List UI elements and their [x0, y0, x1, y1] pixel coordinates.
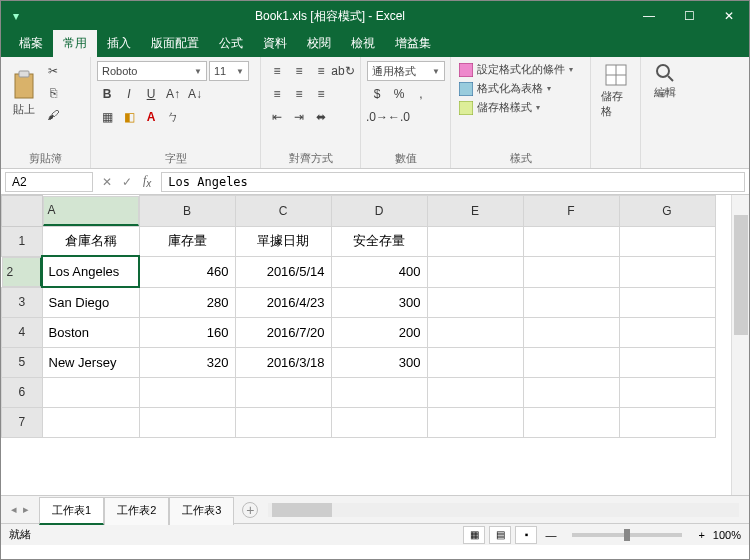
inc-decimal-button[interactable]: .0→: [367, 107, 387, 127]
cell-F7[interactable]: [523, 407, 619, 437]
format-painter-button[interactable]: 🖌: [43, 105, 63, 125]
zoom-slider[interactable]: [572, 533, 682, 537]
col-header-C[interactable]: C: [235, 196, 331, 227]
align-right-button[interactable]: ≡: [311, 84, 331, 104]
cell-G4[interactable]: [619, 317, 715, 347]
indent-dec-button[interactable]: ⇤: [267, 107, 287, 127]
cell-C6[interactable]: [235, 377, 331, 407]
ribbon-tab-2[interactable]: 插入: [97, 30, 141, 57]
conditional-format-button[interactable]: 設定格式化的條件▾: [457, 61, 584, 78]
font-color-button[interactable]: A: [141, 107, 161, 127]
cell-B1[interactable]: 庫存量: [139, 226, 235, 256]
cell-D5[interactable]: 300: [331, 347, 427, 377]
cell-E5[interactable]: [427, 347, 523, 377]
cell-B2[interactable]: 460: [139, 256, 235, 287]
cell-F3[interactable]: [523, 287, 619, 317]
quick-access[interactable]: ▾: [1, 9, 31, 23]
cell-E3[interactable]: [427, 287, 523, 317]
align-bot-button[interactable]: ≡: [311, 61, 331, 81]
ribbon-tab-6[interactable]: 校閱: [297, 30, 341, 57]
number-format-select[interactable]: 通用格式▼: [367, 61, 445, 81]
cell-G3[interactable]: [619, 287, 715, 317]
cell-E6[interactable]: [427, 377, 523, 407]
col-header-E[interactable]: E: [427, 196, 523, 227]
cell-A2[interactable]: Los Angeles: [42, 256, 139, 287]
cell-G2[interactable]: [619, 256, 715, 287]
comma-button[interactable]: ,: [411, 84, 431, 104]
increase-font-button[interactable]: A↑: [163, 84, 183, 104]
cell-F1[interactable]: [523, 226, 619, 256]
ribbon-tab-4[interactable]: 公式: [209, 30, 253, 57]
cell-G7[interactable]: [619, 407, 715, 437]
ribbon-tab-1[interactable]: 常用: [53, 30, 97, 57]
cell-D1[interactable]: 安全存量: [331, 226, 427, 256]
paste-button[interactable]: 貼上: [7, 68, 41, 119]
cell-G6[interactable]: [619, 377, 715, 407]
cell-C7[interactable]: [235, 407, 331, 437]
cell-D3[interactable]: 300: [331, 287, 427, 317]
vertical-scrollbar[interactable]: [731, 195, 749, 495]
cell-A1[interactable]: 倉庫名稱: [42, 226, 139, 256]
align-top-button[interactable]: ≡: [267, 61, 287, 81]
name-box[interactable]: [5, 172, 93, 192]
align-center-button[interactable]: ≡: [289, 84, 309, 104]
sheet-tab-1[interactable]: 工作表2: [104, 497, 169, 525]
copy-button[interactable]: ⎘: [43, 83, 63, 103]
view-layout-button[interactable]: ▤: [489, 526, 511, 544]
zoom-out-button[interactable]: —: [541, 529, 560, 541]
spreadsheet-grid[interactable]: ABCDEFG1倉庫名稱庫存量單據日期安全存量2Los Angeles46020…: [1, 195, 716, 438]
col-header-F[interactable]: F: [523, 196, 619, 227]
sheet-tab-2[interactable]: 工作表3: [169, 497, 234, 525]
sheet-tab-0[interactable]: 工作表1: [39, 497, 104, 525]
cell-B4[interactable]: 160: [139, 317, 235, 347]
cell-B7[interactable]: [139, 407, 235, 437]
decrease-font-button[interactable]: A↓: [185, 84, 205, 104]
cell-C3[interactable]: 2016/4/23: [235, 287, 331, 317]
maximize-button[interactable]: ☐: [669, 9, 709, 23]
cell-G5[interactable]: [619, 347, 715, 377]
sheet-nav[interactable]: ◂▸: [1, 503, 39, 516]
cell-A6[interactable]: [42, 377, 139, 407]
phonetic-button[interactable]: ㄅ: [163, 107, 183, 127]
enter-formula-button[interactable]: ✓: [117, 175, 137, 189]
cell-C2[interactable]: 2016/5/14: [235, 256, 331, 287]
cell-E1[interactable]: [427, 226, 523, 256]
zoom-in-button[interactable]: +: [694, 529, 708, 541]
row-header-7[interactable]: 7: [2, 407, 43, 437]
italic-button[interactable]: I: [119, 84, 139, 104]
orientation-button[interactable]: ab↻: [333, 61, 353, 81]
cell-E2[interactable]: [427, 256, 523, 287]
cell-styles-button[interactable]: 儲存格樣式▾: [457, 99, 584, 116]
dec-decimal-button[interactable]: ←.0: [389, 107, 409, 127]
cell-F5[interactable]: [523, 347, 619, 377]
cell-C1[interactable]: 單據日期: [235, 226, 331, 256]
cell-B3[interactable]: 280: [139, 287, 235, 317]
view-normal-button[interactable]: ▦: [463, 526, 485, 544]
col-header-D[interactable]: D: [331, 196, 427, 227]
cell-D6[interactable]: [331, 377, 427, 407]
cell-E7[interactable]: [427, 407, 523, 437]
zoom-level[interactable]: 100%: [713, 529, 741, 541]
horizontal-scrollbar[interactable]: [268, 503, 739, 517]
cell-E4[interactable]: [427, 317, 523, 347]
merge-button[interactable]: ⬌: [311, 107, 331, 127]
indent-inc-button[interactable]: ⇥: [289, 107, 309, 127]
cell-D4[interactable]: 200: [331, 317, 427, 347]
row-header-2[interactable]: 2: [2, 257, 42, 287]
cell-A4[interactable]: Boston: [42, 317, 139, 347]
row-header-4[interactable]: 4: [2, 317, 43, 347]
cell-C5[interactable]: 2016/3/18: [235, 347, 331, 377]
cell-C4[interactable]: 2016/7/20: [235, 317, 331, 347]
fx-icon[interactable]: fx: [137, 173, 157, 189]
edit-button[interactable]: 編輯: [647, 61, 683, 102]
cell-F4[interactable]: [523, 317, 619, 347]
ribbon-tab-7[interactable]: 檢視: [341, 30, 385, 57]
row-header-1[interactable]: 1: [2, 226, 43, 256]
row-header-6[interactable]: 6: [2, 377, 43, 407]
format-table-button[interactable]: 格式化為表格▾: [457, 80, 584, 97]
ribbon-tab-8[interactable]: 增益集: [385, 30, 441, 57]
row-header-5[interactable]: 5: [2, 347, 43, 377]
underline-button[interactable]: U: [141, 84, 161, 104]
cell-A7[interactable]: [42, 407, 139, 437]
cell-A5[interactable]: New Jersey: [42, 347, 139, 377]
